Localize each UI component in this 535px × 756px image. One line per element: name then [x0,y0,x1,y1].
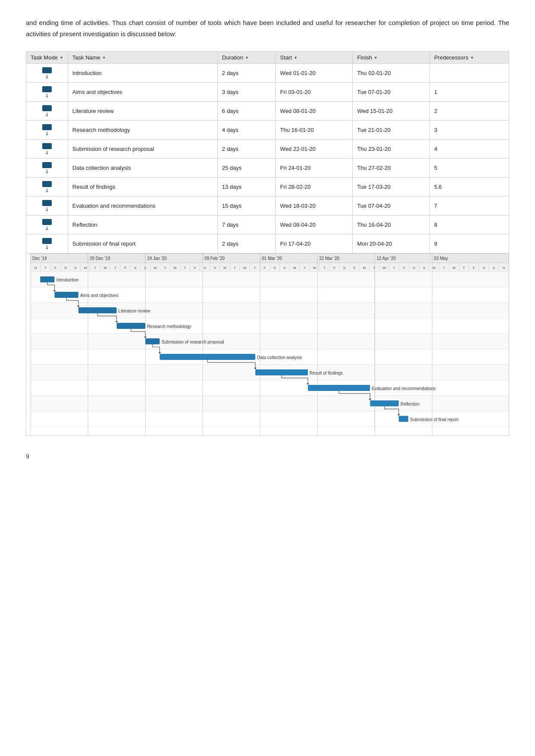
th-duration-label: Duration [222,54,243,61]
svg-text:T: T [114,266,116,270]
svg-text:T: T [94,266,97,270]
svg-text:T: T [443,266,445,270]
svg-text:Literature review: Literature review [119,309,151,313]
duration-cell: 2 days [218,64,276,83]
th-task-name-label: Task Name [72,54,100,61]
svg-text:Reflection: Reflection [400,402,419,406]
duration-cell: 6 days [218,102,276,121]
svg-text:S: S [64,266,66,270]
duration-cell: 15 days [218,197,276,216]
duration-cell: 3 days [218,83,276,102]
svg-rect-135 [54,292,78,298]
svg-text:12 Apr '20: 12 Apr '20 [376,256,396,261]
svg-rect-116 [31,318,509,334]
finish-cell: Thu 23-01-20 [353,140,430,159]
pred-cell: 8 [429,216,509,234]
svg-rect-159 [399,416,408,422]
task-mode-filter-arrow[interactable]: ▼ [59,56,63,60]
gantt-table: Task Mode ▼ Task Name ▼ Duration ▼ Start [26,51,509,253]
finish-cell: Thu 27-02-20 [353,159,430,178]
svg-text:M: M [84,266,87,270]
svg-text:S: S [413,266,415,270]
svg-text:S: S [353,266,355,270]
intro-paragraph: and ending time of activities. Thus char… [26,17,509,39]
pred-cell: 7 [429,197,509,216]
svg-text:19 Jan '20: 19 Jan '20 [147,256,167,261]
duration-cell: 2 days [218,140,276,159]
th-start[interactable]: Start ▼ [275,52,353,64]
svg-text:T: T [184,266,186,270]
th-predecessors[interactable]: Predecessors ▼ [429,52,509,64]
svg-rect-150 [255,369,308,375]
svg-text:Research methodology: Research methodology [147,324,191,329]
svg-text:T: T [303,266,306,270]
finish-filter-arrow[interactable]: ▼ [374,56,378,60]
task-name-filter-arrow[interactable]: ▼ [102,56,106,60]
start-cell: Fri 24-01-20 [275,159,353,178]
task-mode-cell: ⇓ [26,216,68,234]
svg-text:F: F [333,266,335,270]
task-mode-cell: ⇓ [26,121,68,140]
svg-rect-113 [31,272,509,287]
svg-text:T: T [463,266,465,270]
pred-cell: 9 [429,234,509,253]
th-task-mode[interactable]: Task Mode ▼ [26,52,68,64]
th-duration[interactable]: Duration ▼ [218,52,276,64]
svg-rect-120 [31,380,509,396]
svg-text:M: M [153,266,156,270]
svg-text:S: S [74,266,76,270]
th-task-name[interactable]: Task Name ▼ [68,52,217,64]
th-predecessors-label: Predecessors [434,54,468,61]
finish-cell: Mon 20-04-20 [353,234,430,253]
task-name-cell: Data collection analysis [68,159,217,178]
start-cell: Fri 28-02-20 [275,178,353,197]
svg-text:F: F [403,266,405,270]
svg-text:S: S [214,266,216,270]
svg-rect-138 [78,307,117,313]
gantt-chart-section: Dec '1929 Dec '1919 Jan '2009 Feb '2001 … [26,253,509,436]
svg-text:Evaluation and recommendations: Evaluation and recommendations [372,386,435,391]
finish-cell: Thu 02-01-20 [353,64,430,83]
svg-text:01 Mar '20: 01 Mar '20 [262,256,282,261]
svg-rect-153 [308,385,370,391]
th-finish[interactable]: Finish ▼ [353,52,430,64]
svg-rect-121 [31,396,509,411]
pred-cell: 4 [429,140,509,159]
pred-cell: 3 [429,121,509,140]
svg-text:T: T [323,266,325,270]
svg-text:T: T [253,266,256,270]
svg-text:M: M [432,266,435,270]
svg-text:S: S [273,266,275,270]
start-filter-arrow[interactable]: ▼ [294,56,297,60]
pred-cell [429,64,509,83]
svg-text:03 May: 03 May [434,256,448,261]
task-mode-cell: ⇓ [26,64,68,83]
finish-cell: Tue 21-01-20 [353,121,430,140]
task-mode-cell: ⇓ [26,234,68,253]
table-row: ⇓ Submission of final report 2 days Fri … [26,234,509,253]
duration-filter-arrow[interactable]: ▼ [245,56,249,60]
svg-text:F: F [54,266,56,270]
pred-cell: 2 [429,102,509,121]
task-mode-cell: ⇓ [26,178,68,197]
svg-text:S: S [493,266,495,270]
svg-text:S: S [423,266,425,270]
pred-cell: 5,6 [429,178,509,197]
task-mode-cell: ⇓ [26,102,68,121]
table-row: ⇓ Introduction 2 days Wed 01-01-20 Thu 0… [26,64,509,83]
table-row: ⇓ Aims and objectives 3 days Fri 03-01-2… [26,83,509,102]
task-mode-cell: ⇓ [26,83,68,102]
pred-filter-arrow[interactable]: ▼ [470,56,474,60]
svg-text:S: S [283,266,285,270]
svg-text:T: T [393,266,395,270]
svg-text:M: M [293,266,296,270]
svg-text:W: W [382,266,386,270]
svg-text:22 Mar '20: 22 Mar '20 [319,256,339,261]
svg-text:Result of findings: Result of findings [310,371,343,375]
finish-cell: Tue 07-01-20 [353,83,430,102]
duration-cell: 2 days [218,234,276,253]
duration-cell: 13 days [218,178,276,197]
page-number: 9 [26,453,509,460]
svg-rect-132 [40,276,54,282]
svg-text:S: S [204,266,206,270]
